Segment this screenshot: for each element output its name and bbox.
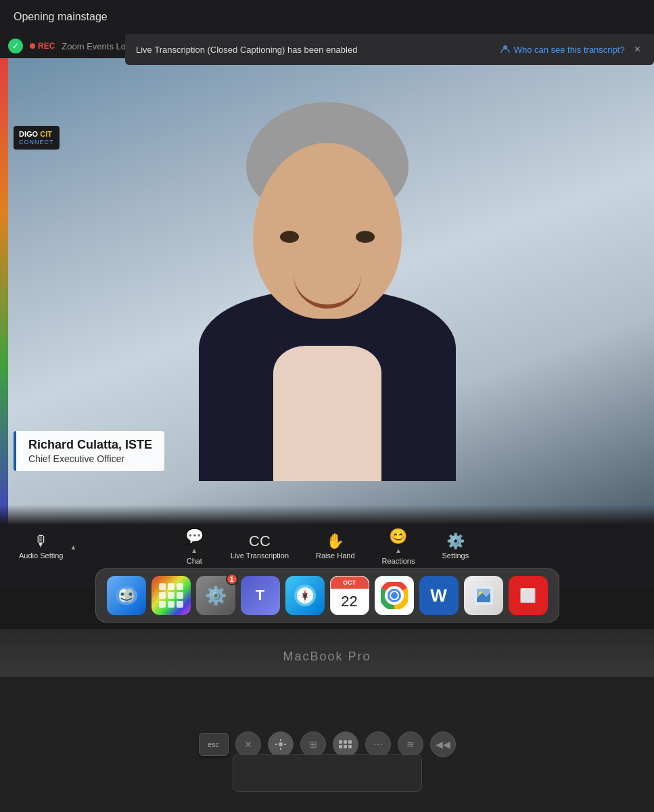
eyes (280, 231, 375, 243)
security-shield-icon: ✓ (8, 39, 23, 53)
calendar-day: 22 (331, 589, 369, 614)
dock-chrome[interactable] (375, 576, 414, 615)
svg-point-20 (279, 742, 283, 746)
logo-box: DIGO CIT CONNECT (14, 126, 60, 150)
keyboard-row-1: esc ✕ ⊞ ⋯ ≋ ◀◀ (199, 731, 456, 757)
logo-line1: DIGO (19, 130, 38, 138)
chat-button[interactable]: 💬 ▲ Chat (180, 526, 209, 568)
reactions-button[interactable]: 😊 ▲ Reactions (377, 526, 421, 568)
shirt (273, 346, 381, 481)
mic-icon: 🎙 (34, 534, 49, 549)
dock-red-app[interactable]: ⬜ (509, 576, 548, 615)
teams-icon: T (256, 587, 264, 604)
notification-banner: Live Transcription (Closed Captioning) h… (125, 34, 654, 65)
live-transcription-button[interactable]: CC Live Transcription (225, 531, 294, 562)
title-bar: Opening mainstage (0, 0, 654, 34)
finder-icon (114, 583, 139, 608)
raise-hand-icon: ✋ (326, 534, 344, 549)
logo-area: DIGO CIT CONNECT (14, 126, 60, 150)
dock-preview[interactable] (464, 576, 503, 615)
close-notification-button[interactable]: × (632, 43, 643, 55)
calendar-month: OCT (331, 577, 369, 589)
word-icon: W (430, 585, 447, 606)
red-app-icon: ⬜ (519, 587, 536, 604)
logo-line2: CIT (40, 130, 52, 138)
key-esc[interactable]: esc (199, 733, 229, 756)
audio-chevron-icon: ▲ (70, 543, 76, 551)
settings-button[interactable]: ⚙️ Settings (436, 531, 474, 562)
speaker-name: Richard Culatta, ISTE (28, 438, 152, 452)
notification-text: Live Transcription (Closed Captioning) h… (136, 45, 493, 55)
dock-calendar[interactable]: OCT 22 (330, 576, 369, 615)
keyboard-area: esc ✕ ⊞ ⋯ ≋ ◀◀ (0, 677, 654, 812)
rec-dot (30, 43, 35, 49)
key-brightness-up[interactable] (268, 731, 294, 757)
key-volume-down[interactable]: ≋ (398, 731, 423, 757)
reactions-chevron-icon: ▲ (395, 547, 402, 554)
dock-finder[interactable] (107, 576, 146, 615)
svg-point-5 (129, 593, 132, 596)
window-title: Opening mainstage (14, 11, 108, 23)
audio-label: Audio Setting (19, 551, 63, 560)
safari-icon (293, 583, 317, 608)
smile (294, 275, 361, 309)
key-launchpad[interactable] (333, 731, 358, 757)
dock-safari[interactable] (285, 576, 325, 615)
cc-icon: CC (249, 534, 271, 549)
raise-hand-label: Raise Hand (316, 551, 354, 560)
system-prefs-badge: 1 (226, 573, 238, 585)
key-do-not-disturb[interactable]: ⋯ (365, 731, 391, 757)
system-prefs-icon: ⚙️ (205, 585, 227, 606)
toolbar-left: 🎙 Audio Setting ▲ (14, 531, 76, 562)
settings-icon: ⚙️ (446, 534, 465, 549)
logo-digo: DIGO CIT (19, 130, 54, 139)
key-mission-control[interactable]: ⊞ (300, 731, 326, 757)
svg-point-15 (391, 592, 398, 599)
svg-point-4 (120, 593, 124, 596)
right-eye (356, 231, 375, 243)
screen-gradient (0, 505, 654, 525)
screen-area: ✓ REC Zoom Events Lob... Live Transcript… (0, 0, 654, 589)
chat-icon: 💬 (185, 529, 204, 544)
speaker-head (192, 89, 463, 481)
key-brightness-down[interactable]: ✕ (235, 731, 261, 757)
dock-system-preferences[interactable]: ⚙️ 1 (196, 576, 235, 615)
settings-label: Settings (442, 551, 469, 560)
preview-icon (471, 583, 496, 608)
toolbar-center: 💬 ▲ Chat CC Live Transcription ✋ Raise H… (180, 526, 474, 568)
who-can-see-text: Who can see this transcript? (514, 45, 625, 55)
mac-dock: ⚙️ 1 T OCT 22 (95, 568, 559, 623)
name-tag: Richard Culatta, ISTE Chief Executive Of… (14, 431, 164, 471)
dock-teams[interactable]: T (241, 576, 280, 615)
key-rewind[interactable]: ◀◀ (430, 731, 456, 757)
raise-hand-button[interactable]: ✋ Raise Hand (310, 531, 360, 562)
dock-word[interactable]: W (419, 576, 459, 615)
video-area: DIGO CIT CONNECT (0, 58, 654, 525)
chat-label: Chat (187, 557, 202, 565)
logo-connect: CONNECT (19, 139, 54, 145)
macbook-label: MacBook Pro (283, 650, 371, 664)
zoom-toolbar: 🎙 Audio Setting ▲ 💬 ▲ Chat CC Live Trans… (0, 525, 654, 568)
speaker-title: Chief Executive Officer (28, 453, 152, 464)
audio-button[interactable]: 🎙 Audio Setting (14, 531, 68, 562)
who-can-see-link[interactable]: Who can see this transcript? (500, 44, 625, 55)
chat-chevron-icon: ▲ (191, 547, 197, 554)
touchpad[interactable] (233, 754, 422, 792)
launchpad-icon (159, 583, 183, 608)
transcription-label: Live Transcription (231, 551, 289, 560)
rec-badge: REC (30, 41, 55, 51)
rec-label: REC (38, 41, 55, 51)
audio-setting-area[interactable]: 🎙 Audio Setting ▲ (14, 531, 76, 562)
left-color-stripe (0, 58, 8, 525)
launchpad-key-icon (339, 740, 352, 748)
calendar-icon: OCT 22 (330, 576, 369, 615)
person-icon (500, 44, 511, 55)
dock-launchpad[interactable] (151, 576, 191, 615)
body-suit (199, 292, 456, 481)
left-eye (280, 231, 299, 243)
chrome-icon (381, 582, 408, 609)
reactions-icon: 😊 (389, 529, 407, 544)
reactions-label: Reactions (382, 557, 415, 565)
brightness-icon (275, 738, 287, 750)
